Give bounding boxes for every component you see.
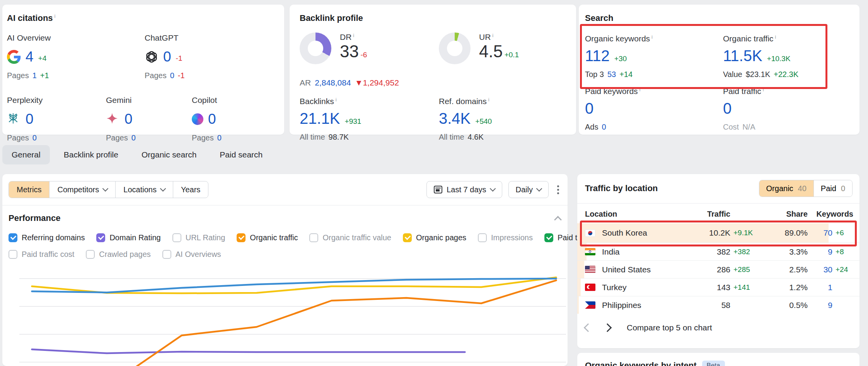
info-icon[interactable]: i (55, 13, 56, 19)
chevron-down-icon (489, 186, 496, 192)
tab-organic-search[interactable]: Organic search (132, 145, 206, 164)
paid-traffic-block: Paid traffici 0 CostN/A (723, 87, 852, 132)
paid-keywords-value[interactable]: 0 (585, 100, 593, 117)
engine-gemini: Gemini 0 Pages0 (106, 96, 192, 142)
calendar-icon (434, 186, 442, 193)
backlink-profile-card: Backlink profile DRi 33 -6 AR 2,848,084 … (290, 5, 576, 135)
perplexity-count: 0 (26, 111, 34, 127)
checkbox-organic-traffic[interactable]: Organic traffic (237, 233, 298, 242)
checkbox-organic-pages[interactable]: Organic pages (403, 233, 466, 242)
checkbox-organic-traffic-value[interactable]: Organic traffic value (309, 233, 391, 242)
checkbox-url-rating[interactable]: URL Rating (172, 233, 225, 242)
compare-top5-link[interactable]: Compare top 5 on chart (627, 323, 712, 332)
filter-bar: Metrics Competitors Locations Years Last… (2, 174, 568, 205)
ai-citations-card: AI citationsi AI Overview 4 +4 (2, 5, 284, 135)
gemini-icon (106, 112, 120, 126)
years-button[interactable]: Years (173, 181, 208, 198)
toggle-organic[interactable]: Organic40 (759, 180, 813, 197)
checkbox-domain-rating[interactable]: Domain Rating (96, 233, 160, 242)
gemini-count: 0 (124, 111, 133, 127)
url-rating-donut (439, 32, 471, 64)
table-row-turkey[interactable]: Turkey 143 +141 1.2% 1 (577, 278, 859, 296)
tab-general[interactable]: General (2, 145, 50, 164)
flag-turkey-icon (585, 284, 595, 291)
next-page-icon[interactable] (603, 323, 612, 332)
ur-value: 4.5 (479, 42, 503, 61)
paid-traffic-value[interactable]: 0 (723, 100, 732, 117)
table-row-india[interactable]: India 382 +382 3.3% 9 +8 (577, 243, 859, 260)
flag-south-korea-icon (585, 229, 595, 237)
ai-overview-count: 4 (26, 49, 34, 65)
ur-delta: +0.1 (505, 51, 519, 59)
backlink-profile-title: Backlink profile (300, 13, 568, 23)
organic-keywords-value[interactable]: 112 (585, 47, 610, 65)
toggle-paid[interactable]: Paid0 (813, 180, 852, 197)
info-icon[interactable]: i (336, 97, 337, 103)
table-row-philippines[interactable]: Philippines 58 0.5% 9 (577, 296, 859, 314)
ref-domains-value[interactable]: 3.4K (439, 110, 471, 127)
copilot-count: 0 (208, 111, 216, 127)
tab-paid-search[interactable]: Paid search (210, 145, 272, 164)
dr-value: 33 (340, 42, 359, 61)
prev-page-icon[interactable] (584, 323, 593, 332)
backlinks-value[interactable]: 21.1K (300, 110, 340, 127)
filter-segmented-control: Metrics Competitors Locations Years (9, 181, 208, 198)
backlinks-block: Backlinksi 21.1K+931 All time98.7K (300, 97, 439, 142)
traffic-by-location-card: Traffic by location Organic40 Paid0 Loca… (577, 174, 859, 348)
ahrefs-rank-line: AR 2,848,084 ▼1,294,952 (300, 78, 439, 87)
chatgpt-delta: -1 (176, 54, 182, 63)
chatgpt-icon (145, 50, 159, 64)
tab-backlink-profile[interactable]: Backlink profile (55, 145, 128, 164)
granularity-button[interactable]: Daily (508, 181, 549, 198)
engine-copilot: Copilot 0 Pages0 (192, 96, 222, 142)
google-icon (7, 50, 21, 64)
flag-united-states-icon (585, 266, 595, 273)
collapse-chevron-icon[interactable] (554, 216, 562, 224)
ref-domains-block: Ref. domainsi 3.4K+540 All time4.6K (439, 97, 568, 142)
metrics-button[interactable]: Metrics (9, 181, 49, 198)
checkbox-impressions[interactable]: Impressions (478, 233, 533, 242)
organic-paid-toggle: Organic40 Paid0 (759, 180, 853, 197)
organic-traffic-block: Organic traffici 11.5K+10.3K Value$23.1K… (723, 34, 852, 79)
locations-button[interactable]: Locations (116, 181, 173, 198)
beta-badge: Beta (702, 361, 725, 366)
ar-value[interactable]: 2,848,084 (315, 78, 351, 87)
domain-rating-donut (300, 32, 331, 64)
info-icon[interactable]: i (488, 97, 489, 103)
section-tabbar: General Backlink profile Organic search … (2, 145, 272, 164)
flag-philippines-icon (585, 301, 595, 309)
more-options-button[interactable] (555, 183, 561, 197)
keywords-by-intent-card: Organic keywords by intentBeta (577, 353, 859, 366)
ai-engines-row-1: AI Overview 4 +4 Pages1+1 (7, 33, 277, 80)
location-table-header: Location Traffic Share Keywords (577, 203, 859, 223)
ai-engines-row-2: Perplexity 0 Pages0 Gemini 0 Pages0 (7, 96, 277, 142)
competitors-button[interactable]: Competitors (49, 181, 116, 198)
engine-chatgpt: ChatGPT 0 -1 Pages0-1 (145, 33, 185, 80)
paid-keywords-block: Paid keywordsi 0 Ads0 (585, 87, 723, 132)
engine-perplexity: Perplexity 0 Pages0 (7, 96, 106, 142)
search-title: Search (585, 13, 852, 23)
copilot-icon (192, 113, 203, 125)
info-icon[interactable]: i (651, 34, 653, 40)
date-range-button[interactable]: Last 7 days (426, 181, 502, 198)
info-icon[interactable]: i (775, 34, 776, 40)
traffic-by-location-title: Traffic by location (585, 183, 658, 193)
checkbox-crawled-pages[interactable]: Crawled pages (86, 250, 150, 259)
info-icon[interactable]: i (492, 32, 493, 38)
checkbox-paid-traffic-cost[interactable]: Paid traffic cost (9, 250, 74, 259)
dr-delta: -6 (360, 51, 367, 59)
performance-line-chart (19, 262, 566, 366)
info-icon[interactable]: i (763, 87, 764, 92)
table-row-south-korea[interactable]: South Korea 10.2K +9.1K 89.0% 70 +6 (577, 223, 859, 243)
info-icon[interactable]: i (639, 87, 641, 92)
ar-delta: ▼1,294,952 (355, 78, 399, 87)
info-icon[interactable]: i (353, 32, 354, 38)
checkbox-ai-overviews[interactable]: AI Overviews (162, 250, 221, 259)
chevron-down-icon (536, 186, 542, 192)
analytics-dashboard: AI citationsi AI Overview 4 +4 (0, 0, 868, 366)
table-row-united-states[interactable]: United States 286 +285 2.5% 30 +24 (577, 260, 859, 278)
chatgpt-count: 0 (163, 49, 171, 65)
general-overview-card: Metrics Competitors Locations Years Last… (2, 174, 568, 366)
checkbox-referring-domains[interactable]: Referring domains (9, 233, 85, 242)
organic-traffic-value[interactable]: 11.5K (723, 47, 762, 65)
